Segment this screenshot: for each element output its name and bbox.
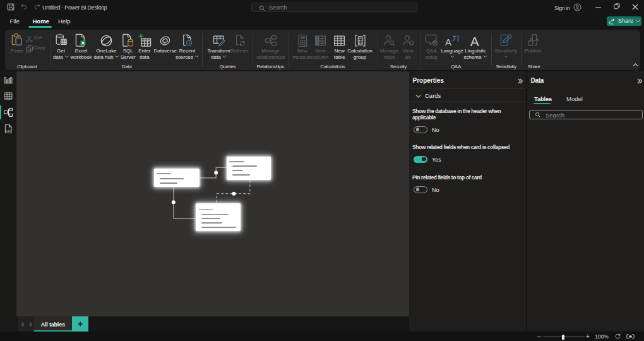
svg-text:DAX: DAX [6,129,11,133]
svg-text:A: A [445,37,451,47]
svg-text:A: A [470,34,479,47]
